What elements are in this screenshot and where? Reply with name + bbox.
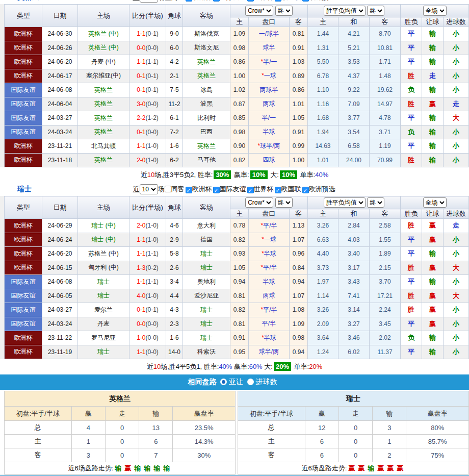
league-checkbox[interactable]: ✓ — [247, 0, 254, 2]
away-team-name: 瑞士 — [200, 334, 213, 341]
euro-home-odds: 1.97 — [308, 275, 338, 289]
period-select[interactable]: 终 — [275, 6, 293, 16]
column-header: 类型 — [5, 5, 42, 27]
home-team-name: 瑞士 — [97, 292, 110, 299]
euro-away-odds: 4.78 — [370, 111, 401, 126]
halftime-score: (0-1) — [146, 86, 159, 93]
bookmaker-select[interactable]: Crow* — [245, 197, 273, 208]
compare-cell: 7 — [139, 448, 173, 462]
result-goals: 小 — [444, 55, 469, 69]
scope-select[interactable]: 全场 — [423, 6, 447, 16]
corners: 6-1 — [166, 111, 183, 126]
home-team-name: 英格兰 — [94, 86, 113, 93]
away-team: 瑞士 — [183, 261, 230, 275]
away-team-name: 瑞士 — [200, 250, 213, 257]
result-outcome: 平 — [401, 27, 422, 41]
compare-column-header: 输 — [139, 407, 173, 421]
league-checkbox[interactable]: ✓ — [302, 187, 309, 193]
column-header: 胜负 — [401, 17, 422, 27]
compare-cell: 0 — [338, 435, 372, 448]
europe-period-select[interactable]: 终 — [367, 197, 384, 208]
euro-away-odds: 2.02 — [370, 331, 401, 345]
home-team-name: 塞尔维亚(中) — [86, 72, 121, 79]
away-team-name: 意大利 — [197, 222, 216, 229]
same-venue-checkbox[interactable] — [165, 186, 171, 192]
home-team: 瑞士 (中) — [78, 219, 129, 233]
result-outcome: 平 — [401, 317, 422, 331]
league-badge: 欧洲杯 — [5, 27, 42, 41]
league-badge: 欧洲杯 — [5, 331, 42, 345]
trend-item: 输 — [163, 464, 170, 472]
summary-segment: 10% — [250, 170, 268, 179]
period-select[interactable]: 终 — [275, 197, 293, 208]
trend-item: 输 — [134, 464, 141, 472]
switzerland-title-link[interactable]: 瑞士 — [17, 185, 32, 194]
trend-item: 赢 — [397, 464, 403, 472]
result-handicap: 赢 — [422, 219, 444, 233]
halftime-score: (1-2) — [146, 114, 159, 121]
euro-home-odds: 1.31 — [308, 41, 338, 55]
bookmaker-select[interactable]: Crow* — [245, 6, 273, 16]
fulltime-score: 2-2 — [137, 114, 145, 121]
league-checkbox[interactable]: ✓ — [186, 187, 192, 193]
corners: 4-2 — [166, 55, 183, 69]
compare-data-row: 客60275% — [238, 448, 469, 462]
banner-radio[interactable] — [247, 379, 254, 385]
trend-item: 输 — [144, 464, 150, 472]
handicap-line-text: 球半 — [263, 44, 275, 51]
euro-home-odds: 1.44 — [308, 27, 338, 41]
europe-odds-select[interactable]: 胜平负均值 — [324, 6, 366, 16]
euro-draw-odds: 3.40 — [338, 247, 370, 261]
league-checkbox[interactable]: ✓ — [213, 0, 220, 2]
league-checkbox-label: 欧洲预选 — [309, 0, 335, 1]
league-checkbox[interactable]: ✓ — [186, 0, 192, 2]
match-date: 23-11-19 — [42, 345, 78, 359]
recent-count-select[interactable]: 10 — [140, 0, 158, 3]
compare-cell: 总 — [238, 421, 305, 435]
away-team: 比利时 — [183, 111, 230, 126]
europe-period-select[interactable]: 终 — [367, 6, 384, 16]
home-team: 丹麦 — [78, 317, 129, 331]
away-team-name: 英格兰 — [197, 72, 216, 79]
league-checkbox-label: 国际友谊 — [220, 185, 246, 193]
league-checkbox[interactable]: ✓ — [302, 0, 309, 2]
home-team: 英格兰 — [78, 153, 129, 167]
compare-cell: 2 — [373, 448, 406, 462]
handicap-line-text: 两球 — [263, 292, 275, 299]
euro-draw-odds: 3.14 — [338, 303, 370, 317]
compare-data-row: 客30730% — [5, 448, 236, 462]
handicap-line-text: 四球 — [263, 156, 275, 163]
euro-draw-odds: 2.84 — [338, 219, 370, 233]
league-checkbox[interactable]: ✓ — [275, 0, 281, 2]
recent-count-select[interactable]: 10 — [140, 184, 158, 194]
header-controls-row: 类型日期主场比分(半场)角球客场Crow* 终胜平负均值 终全场 — [5, 5, 469, 17]
league-checkbox[interactable]: ✓ — [275, 187, 281, 193]
banner-radio[interactable] — [220, 379, 227, 385]
summary-segment: 10% — [280, 170, 297, 179]
compare-cell: 4 — [71, 421, 105, 435]
result-handicap: 赢 — [422, 261, 444, 275]
score-cell: 1-1(1-0) — [129, 233, 166, 247]
column-header: 日期 — [42, 196, 78, 219]
result-outcome: 胜 — [401, 153, 422, 167]
result-goals: 小 — [444, 247, 469, 261]
scope-select[interactable]: 全场 — [423, 197, 447, 208]
asian-away-odds: 0.86 — [290, 83, 308, 97]
same-handicap-banner: 相同盘路 亚让 进球数 — [0, 374, 469, 390]
same-venue-checkbox[interactable] — [165, 0, 171, 1]
england-title-link[interactable]: 英格兰 — [17, 0, 39, 2]
asian-away-odds: 0.89 — [290, 69, 308, 83]
match-date: 24-06-08 — [42, 83, 78, 97]
league-checkbox[interactable]: ✓ — [213, 187, 220, 193]
away-team-name: 马耳他 — [197, 156, 216, 163]
europe-odds-select[interactable]: 胜平负均值 — [324, 197, 366, 208]
compare-cell: 23.5% — [173, 421, 236, 435]
halftime-score: (0-0) — [146, 101, 159, 108]
fulltime-score: 3-0 — [137, 101, 145, 108]
result-handicap: 赢 — [422, 317, 444, 331]
compare-header-row: 初盘:平手/半球赢走输赢盘率 — [5, 407, 236, 421]
fulltime-score: 2-0 — [137, 222, 145, 229]
euro-away-odds: 2.24 — [370, 303, 401, 317]
match-row: 欧洲杯24-06-15匈牙利 (中)1-3(0-2)2-6瑞士1.05*平/半0… — [5, 261, 469, 275]
league-checkbox[interactable]: ✓ — [247, 187, 254, 193]
